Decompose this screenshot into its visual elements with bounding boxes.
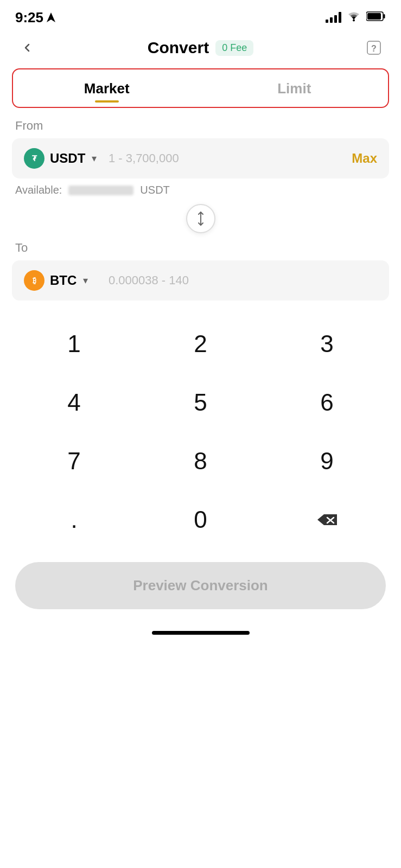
to-input-area[interactable]: 0.000038 - 140 — [100, 273, 377, 288]
key-3[interactable]: 3 — [270, 317, 384, 371]
to-currency-name: BTC — [50, 273, 77, 288]
home-bar — [152, 631, 250, 635]
swap-button-wrapper — [0, 204, 401, 233]
fee-badge: 0 Fee — [215, 40, 253, 56]
from-label: From — [15, 119, 386, 133]
svg-text:₿: ₿ — [33, 276, 36, 285]
keypad-row-4: . 0 — [11, 493, 390, 547]
from-currency-row: ₮ USDT ▾ 1 - 3,700,000 Max — [12, 138, 389, 178]
location-icon — [47, 12, 55, 22]
signal-icon — [326, 12, 341, 23]
svg-point-0 — [353, 20, 355, 22]
available-currency: USDT — [140, 184, 169, 196]
from-currency-name: USDT — [50, 151, 85, 166]
keypad-row-2: 4 5 6 — [11, 375, 390, 430]
swap-button[interactable] — [186, 204, 215, 233]
available-row: Available: USDT — [15, 184, 386, 196]
from-chevron-icon: ▾ — [92, 152, 97, 164]
available-label: Available: — [15, 184, 62, 196]
keypad-row-1: 1 2 3 — [11, 317, 390, 371]
preview-conversion-button[interactable]: Preview Conversion — [15, 562, 386, 609]
header: Convert 0 Fee ? — [0, 30, 401, 68]
backspace-icon — [316, 512, 338, 527]
svg-text:?: ? — [371, 44, 377, 53]
svg-text:₮: ₮ — [32, 154, 37, 163]
status-time: 9:25 — [15, 9, 55, 26]
to-label: To — [15, 241, 386, 255]
keypad: 1 2 3 4 5 6 7 8 9 . 0 — [0, 317, 401, 547]
status-icons — [326, 11, 386, 24]
from-placeholder: 1 - 3,700,000 — [109, 151, 179, 165]
key-5[interactable]: 5 — [144, 375, 258, 430]
to-placeholder: 0.000038 - 140 — [109, 273, 189, 287]
tab-market-label: Market — [84, 80, 130, 97]
tab-market[interactable]: Market — [13, 69, 201, 107]
preview-button-wrapper: Preview Conversion — [0, 551, 401, 622]
back-button[interactable] — [15, 36, 39, 60]
key-0[interactable]: 0 — [144, 493, 258, 547]
wifi-icon — [347, 11, 361, 24]
key-6[interactable]: 6 — [270, 375, 384, 430]
tab-limit-label: Limit — [277, 80, 311, 97]
to-currency-row: ₿ BTC ▾ 0.000038 - 140 — [12, 260, 389, 301]
key-9[interactable]: 9 — [270, 434, 384, 488]
key-7[interactable]: 7 — [17, 434, 131, 488]
tab-active-indicator — [95, 100, 119, 103]
status-bar: 9:25 — [0, 0, 401, 30]
key-backspace[interactable] — [270, 493, 384, 547]
tab-bar: Market Limit — [12, 68, 389, 108]
tab-limit[interactable]: Limit — [201, 69, 389, 107]
key-2[interactable]: 2 — [144, 317, 258, 371]
from-input-area[interactable]: 1 - 3,700,000 — [100, 151, 346, 165]
header-title-area: Convert 0 Fee — [148, 39, 253, 57]
max-button[interactable]: Max — [352, 151, 377, 166]
to-chevron-icon: ▾ — [83, 275, 88, 286]
key-1[interactable]: 1 — [17, 317, 131, 371]
help-button[interactable]: ? — [362, 36, 386, 60]
key-decimal[interactable]: . — [17, 493, 131, 547]
page-title: Convert — [148, 39, 209, 57]
btc-icon: ₿ — [24, 270, 44, 291]
to-currency-selector[interactable]: ₿ BTC ▾ — [24, 270, 100, 291]
battery-icon — [366, 11, 386, 23]
key-8[interactable]: 8 — [144, 434, 258, 488]
available-amount-blur — [68, 186, 133, 195]
svg-rect-3 — [367, 13, 381, 20]
svg-rect-2 — [384, 14, 385, 18]
usdt-icon: ₮ — [24, 148, 44, 169]
time-display: 9:25 — [15, 9, 43, 26]
key-4[interactable]: 4 — [17, 375, 131, 430]
home-indicator — [0, 622, 401, 641]
from-currency-selector[interactable]: ₮ USDT ▾ — [24, 148, 100, 169]
keypad-row-3: 7 8 9 — [11, 434, 390, 488]
